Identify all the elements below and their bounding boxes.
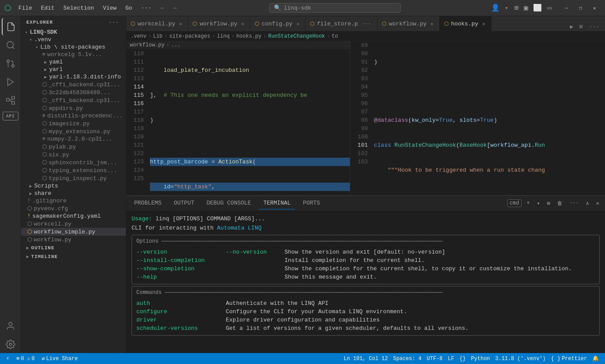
list-item[interactable]: ! sagemakerConfig.yaml — [21, 212, 126, 220]
outline-section[interactable]: ▶ OUTLINE — [21, 244, 126, 252]
run-button[interactable]: ▶ — [568, 22, 576, 31]
list-item[interactable]: ▶ yarl — [21, 66, 126, 73]
panel-split-button[interactable]: ⊞ — [545, 199, 552, 208]
breadcrumb-class[interactable]: RunStateChangeHook — [268, 33, 325, 39]
maximize-button[interactable]: ❐ — [574, 3, 587, 13]
tab-close-workflow1[interactable]: ✕ — [240, 21, 246, 27]
status-language[interactable]: Python — [468, 356, 492, 362]
tab-close-config[interactable]: ✕ — [295, 21, 301, 27]
tab-close-workcell[interactable]: ✕ — [178, 21, 184, 27]
tree-share[interactable]: ▶ share — [21, 190, 126, 197]
nav-back-button[interactable]: ← — [158, 4, 167, 12]
status-notifications[interactable]: 🔔 — [590, 355, 601, 362]
menu-go[interactable]: Go — [122, 4, 136, 12]
tab-workflow1[interactable]: ⬡ workflow.py ✕ — [188, 16, 250, 31]
activity-extensions[interactable] — [2, 92, 19, 109]
list-item[interactable]: ⬡ pylab.py — [21, 143, 126, 151]
panel-collapse-button[interactable]: ∧ — [584, 199, 591, 208]
menu-edit[interactable]: Edit — [37, 4, 58, 12]
list-item[interactable]: ⬡ 3c22db458360489... — [21, 88, 126, 96]
activity-explorer[interactable] — [2, 18, 19, 35]
timeline-section[interactable]: ▶ TIMELINE — [21, 252, 126, 261]
panel-add-button[interactable]: + — [524, 199, 532, 207]
panel-tab-output[interactable]: OUTPUT — [169, 197, 199, 209]
menu-selection[interactable]: Selection — [60, 4, 97, 12]
list-item[interactable]: ! .gitignore — [21, 197, 126, 205]
tree-scripts[interactable]: ▶ Scripts — [21, 182, 126, 190]
breadcrumb-item[interactable]: .venv — [131, 33, 146, 39]
nav-forward-button[interactable]: → — [171, 4, 179, 12]
list-item[interactable]: ≡ numpy-2.2.0-cp31... — [21, 135, 126, 143]
layout-icon-3[interactable]: ⬜ — [533, 4, 542, 12]
panel-more-button[interactable]: ··· — [567, 199, 581, 207]
breadcrumb-item[interactable]: Lib — [153, 33, 163, 39]
panel-close-button[interactable]: ✕ — [594, 199, 601, 208]
minimize-button[interactable]: — — [560, 3, 573, 13]
panel-tab-ports[interactable]: PORTS — [299, 197, 324, 209]
list-item[interactable]: ≡ distutils-precedenc... — [21, 112, 126, 120]
breadcrumb-item[interactable]: site-packages — [169, 33, 210, 39]
tab-more[interactable]: ··· — [360, 20, 373, 27]
layout-icon-1[interactable]: ⊞ — [514, 4, 519, 12]
tab-hooks[interactable]: ⬡ hooks.py ✕ — [440, 16, 491, 31]
layout-icon-2[interactable]: ▣ — [524, 4, 528, 12]
tab-filestore[interactable]: ⬡ file_store.p ··· — [306, 16, 377, 31]
account-more[interactable]: ▾ — [505, 5, 508, 11]
list-item[interactable]: ⬡ mypy_extensions.py — [21, 127, 126, 135]
list-item[interactable]: ⬡ workflow.py — [21, 236, 126, 244]
close-button[interactable]: ✕ — [588, 3, 601, 13]
status-live-share[interactable]: ⇄ Live Share — [39, 353, 80, 364]
tree-venv[interactable]: ▾ .venv — [21, 36, 126, 43]
list-item[interactable]: ▶ yaml — [21, 58, 126, 66]
status-line-ending[interactable]: LF — [445, 356, 457, 362]
list-item[interactable]: ⬡ sphinxcontrib_jsm... — [21, 159, 126, 166]
status-spaces[interactable]: Spaces: 4 — [391, 356, 424, 362]
tab-workcell[interactable]: ⬡ workcell.py ✕ — [126, 16, 188, 31]
tab-workflow2[interactable]: ⬡ workflow.py ✕ — [377, 16, 439, 31]
breadcrumb-item[interactable]: linq — [217, 33, 230, 39]
breadcrumb-method[interactable]: to — [332, 33, 338, 39]
status-prettier[interactable]: { } Prettier — [548, 356, 590, 362]
list-item[interactable]: ▶ yarl-1.18.3.dist-info — [21, 73, 126, 81]
list-item[interactable]: ⬡ typing_inspect.py — [21, 174, 126, 182]
layout-icon-4[interactable]: ▭ — [547, 4, 552, 12]
activity-source-control[interactable] — [2, 55, 19, 72]
panel-tab-terminal[interactable]: TERMINAL — [259, 197, 295, 209]
activity-settings[interactable] — [2, 336, 19, 353]
list-item[interactable]: ⬡ workcell.py — [21, 220, 126, 228]
status-remote[interactable]: ⚡ — [4, 353, 12, 364]
status-position[interactable]: Ln 101, Col 12 — [341, 356, 391, 362]
tab-more-button[interactable]: ··· — [587, 23, 601, 31]
tab-close-hooks[interactable]: ✕ — [481, 21, 487, 27]
tree-root[interactable]: ▾ LINQ-SDK — [21, 28, 126, 36]
list-item[interactable]: ⬡ typing_extensions... — [21, 166, 126, 174]
panel-tab-problems[interactable]: PROBLEMS — [130, 197, 166, 209]
sidebar-more-button[interactable]: ··· — [107, 19, 121, 26]
split-editor-button[interactable]: ⊞ — [577, 22, 585, 31]
list-item[interactable]: ⬡ _cffi_backend.cp31... — [21, 96, 126, 104]
status-python-version[interactable]: 3.11.8 ('.venv') — [493, 356, 548, 362]
tree-lib[interactable]: ▾ Lib \ site-packages — [21, 43, 126, 51]
activity-search[interactable] — [2, 36, 19, 54]
list-item[interactable]: ⬡ appdirs.py — [21, 104, 126, 112]
panel-trash-button[interactable]: 🗑 — [555, 199, 565, 208]
tab-config[interactable]: ⬡ config.py ✕ — [250, 16, 306, 31]
list-item[interactable]: ⬡ pyvenv.cfg — [21, 205, 126, 212]
status-encoding[interactable]: UTF-8 — [424, 356, 445, 362]
status-errors[interactable]: ⊗ 0 ⚠ 0 — [14, 353, 37, 364]
list-item[interactable]: ≡ workcelg 5.1v... — [21, 51, 126, 58]
search-bar[interactable]: 🔍 linq-sdk — [269, 3, 401, 13]
menu-view[interactable]: View — [100, 4, 120, 12]
activity-account[interactable] — [2, 317, 19, 335]
tab-close-workflow2[interactable]: ✕ — [429, 21, 435, 27]
list-item[interactable]: ⬡ _cffi_backend.cp31... — [21, 81, 126, 88]
panel-add-dropdown[interactable]: ▾ — [534, 199, 542, 208]
list-item[interactable]: ⬡ imagesize.py — [21, 120, 126, 127]
breadcrumb-hooks[interactable]: hooks.py — [236, 33, 262, 39]
menu-more[interactable]: ··· — [137, 4, 154, 12]
list-item[interactable]: ⬡ six.py — [21, 151, 126, 159]
list-item-selected[interactable]: ⬡ workflow_simple.py — [21, 228, 126, 236]
activity-api[interactable]: API — [3, 112, 18, 120]
account-icon[interactable]: 👤 — [491, 4, 500, 12]
activity-run[interactable] — [2, 73, 19, 91]
